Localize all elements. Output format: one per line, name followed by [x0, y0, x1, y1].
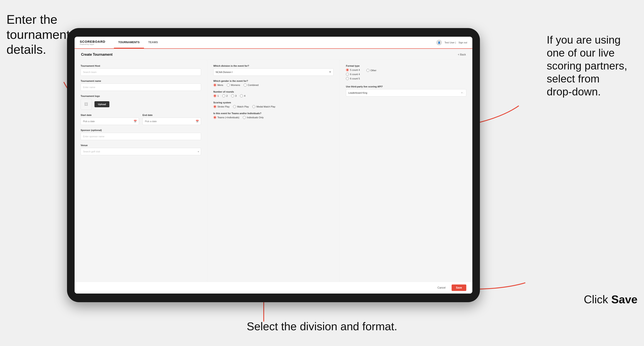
page-header: Create Tournament < Back: [74, 49, 472, 60]
rounds-label: Number of rounds: [213, 90, 334, 93]
division-label: Which division is the event for?: [213, 65, 334, 67]
scoring-match-play[interactable]: Match Play: [233, 105, 249, 108]
navbar: SCOREBOARD Powered by clippd TOURNAMENTS…: [74, 37, 472, 49]
end-date-input[interactable]: [142, 118, 201, 125]
venue-group: Venue Search golf club ▾: [81, 144, 201, 155]
tournament-host-group: Tournament Host: [81, 65, 201, 76]
form-footer: Cancel Save: [74, 282, 472, 294]
sign-out-link[interactable]: Sign out: [458, 41, 467, 44]
form-area: Tournament Host Tournament name Tourname…: [74, 60, 472, 282]
individuals-only[interactable]: Individuals Only: [243, 116, 264, 119]
annotation-top-left: Enter thetournamentdetails.: [6, 12, 70, 57]
division-select[interactable]: NCAA Division I NCAA Division II NCAA Di…: [213, 68, 334, 76]
scoring-medal-match-play[interactable]: Medal Match Play: [252, 105, 275, 108]
rounds-radio-group: 1 2 3 4: [213, 94, 334, 97]
scoring-label: Scoring system: [213, 101, 334, 104]
gender-radio-group: Mens Womens Combined: [213, 84, 334, 87]
tournament-name-group: Tournament name: [81, 80, 201, 91]
format-type-group: Format type 5 count 4 6 count 4 6 count …: [346, 65, 466, 80]
navbar-tabs: TOURNAMENTS TEAMS: [114, 37, 162, 48]
upload-button[interactable]: Upload: [94, 101, 110, 107]
tournament-logo-label: Tournament logo: [81, 95, 201, 97]
gender-combined[interactable]: Combined: [244, 84, 258, 87]
gender-group: Which gender is the event for? Mens Wome…: [213, 80, 334, 87]
live-scoring-close-icon[interactable]: × :: [461, 91, 464, 94]
format-other[interactable]: Other: [366, 69, 376, 72]
sponsor-label: Sponsor (optional): [81, 129, 201, 132]
scoring-group: Scoring system Stroke Play Match Play Me…: [213, 101, 334, 108]
tournament-logo-group: Tournament logo 🖼 Upload: [81, 95, 201, 110]
date-row: Start date 📅 End date 📅: [81, 114, 201, 125]
calendar-icon-end: 📅: [196, 120, 199, 123]
brand-sub: Powered by clippd: [80, 43, 105, 45]
tablet-screen: SCOREBOARD Powered by clippd TOURNAMENTS…: [74, 37, 472, 294]
calendar-icon-start: 📅: [134, 120, 137, 123]
tournament-name-label: Tournament name: [81, 80, 201, 82]
annotation-bottom-center: Select the division and format.: [247, 320, 397, 333]
live-scoring-group: Use third-party live scoring API? × :: [346, 85, 466, 96]
start-date-input[interactable]: [81, 118, 139, 125]
gender-mens[interactable]: Mens: [213, 84, 223, 87]
venue-select[interactable]: Search golf club: [81, 148, 201, 155]
tablet-frame: SCOREBOARD Powered by clippd TOURNAMENTS…: [67, 28, 480, 302]
page-title: Create Tournament: [81, 53, 113, 57]
annotation-bottom-right: Click Save: [584, 293, 638, 306]
logo-placeholder: 🖼: [81, 99, 92, 110]
gender-label: Which gender is the event for?: [213, 80, 334, 82]
tournament-host-label: Tournament Host: [81, 65, 201, 67]
venue-label: Venue: [81, 144, 201, 147]
rounds-group: Number of rounds 1 2 3 4: [213, 90, 334, 97]
start-date-wrapper: 📅: [81, 118, 139, 125]
end-date-group: End date 📅: [142, 114, 201, 125]
live-scoring-wrapper: × :: [346, 89, 466, 96]
navbar-right: 👤 Test User | Sign out: [436, 40, 467, 45]
logo-upload-area: 🖼 Upload: [81, 99, 201, 110]
annotation-top-right: If you are usingone of our livescoring p…: [547, 33, 638, 98]
brand-title: SCOREBOARD: [80, 40, 105, 43]
start-date-label: Start date: [81, 114, 139, 116]
rounds-1[interactable]: 1: [213, 94, 219, 97]
tab-tournaments[interactable]: TOURNAMENTS: [114, 37, 144, 48]
format-6count4[interactable]: 6 count 4: [346, 73, 360, 76]
form-col1: Tournament Host Tournament name Tourname…: [74, 60, 207, 282]
sponsor-group: Sponsor (optional): [81, 129, 201, 140]
format-5count4[interactable]: 5 count 4: [346, 68, 360, 71]
form-col2: Which division is the event for? NCAA Di…: [207, 60, 340, 282]
teams-individuals-label: Is this event for Teams and/or Individua…: [213, 112, 334, 115]
end-date-label: End date: [142, 114, 201, 116]
back-link[interactable]: < Back: [458, 53, 466, 56]
tournament-name-input[interactable]: [81, 84, 201, 91]
form-col3: Format type 5 count 4 6 count 4 6 count …: [340, 60, 472, 282]
scoring-radio-group: Stroke Play Match Play Medal Match Play: [213, 105, 334, 108]
format-type-label: Format type: [346, 65, 466, 67]
tournament-host-input[interactable]: [81, 68, 201, 76]
format-6count5[interactable]: 6 count 5: [346, 77, 360, 80]
format-options: 5 count 4 6 count 4 6 count 5: [346, 68, 360, 80]
user-avatar: 👤: [436, 40, 442, 45]
teams-plus-individuals[interactable]: Teams (+Individuals): [213, 116, 239, 119]
gender-womens[interactable]: Womens: [227, 84, 240, 87]
live-scoring-label: Use third-party live scoring API?: [346, 85, 466, 88]
navbar-brand: SCOREBOARD Powered by clippd: [80, 40, 105, 45]
live-scoring-input[interactable]: [346, 89, 466, 96]
venue-select-wrapper: Search golf club ▾: [81, 148, 201, 155]
sponsor-input[interactable]: [81, 133, 201, 140]
cancel-button[interactable]: Cancel: [434, 285, 449, 291]
division-group: Which division is the event for? NCAA Di…: [213, 65, 334, 76]
tab-teams[interactable]: TEAMS: [144, 37, 162, 48]
rounds-2[interactable]: 2: [222, 94, 228, 97]
save-button[interactable]: Save: [452, 285, 466, 291]
user-text: Test User |: [444, 41, 456, 44]
start-date-group: Start date 📅: [81, 114, 139, 125]
rounds-3[interactable]: 3: [231, 94, 236, 97]
rounds-4[interactable]: 4: [240, 94, 245, 97]
teams-individuals-group: Is this event for Teams and/or Individua…: [213, 112, 334, 119]
end-date-wrapper: 📅: [142, 118, 201, 125]
scoring-stroke-play[interactable]: Stroke Play: [213, 105, 230, 108]
teams-radio-group: Teams (+Individuals) Individuals Only: [213, 116, 334, 119]
